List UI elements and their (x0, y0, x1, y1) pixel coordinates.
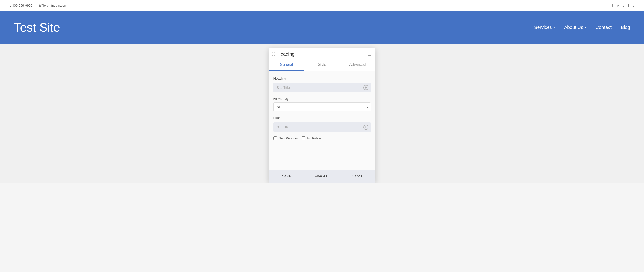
html-tag-select[interactable]: h1 h2 h3 h4 h5 h6 div span p (274, 102, 371, 111)
dialog-titlebar: Heading (269, 48, 376, 59)
nav-label-services: Services (534, 25, 552, 30)
link-options-row: New Window No Follow (274, 136, 371, 140)
nav-label-contact: Contact (596, 25, 612, 30)
tab-general[interactable]: General (269, 59, 304, 71)
html-tag-select-wrapper: h1 h2 h3 h4 h5 h6 div span p ▾ (274, 102, 371, 111)
no-follow-label: No Follow (307, 136, 322, 140)
nav-item-about[interactable]: About Us ▾ (564, 25, 586, 30)
contact-info: 1-800-999-9999 — hi@loremipsum.com (9, 4, 67, 7)
save-as-button[interactable]: Save As... (304, 170, 340, 183)
dialog-title: Heading (277, 51, 368, 57)
heading-dialog: Heading General Style Advanced (269, 48, 376, 183)
site-logo: Test Site (14, 20, 60, 34)
heading-field-group: Heading Site Title + (274, 76, 371, 92)
link-placeholder: Site URL (277, 125, 290, 129)
nav-label-about: About Us (564, 25, 583, 30)
cancel-button[interactable]: Cancel (340, 170, 376, 183)
minimize-button[interactable] (368, 52, 372, 56)
html-tag-label: HTML Tag (274, 97, 371, 101)
dialog-footer: Save Save As... Cancel (269, 170, 376, 183)
link-plus-button[interactable]: + (364, 125, 368, 130)
no-follow-checkbox-item[interactable]: No Follow (302, 136, 322, 140)
no-follow-checkbox[interactable] (302, 136, 306, 140)
main-content: Heading General Style Advanced (0, 43, 644, 183)
heading-placeholder: Site Title (277, 85, 290, 89)
modal-overlay: Heading General Style Advanced (0, 43, 644, 183)
dialog-body: Heading Site Title + HTML Tag h1 h2 (269, 71, 376, 170)
site-header: Test Site Services ▾ About Us ▾ Contact … (0, 11, 644, 43)
new-window-checkbox[interactable] (274, 136, 277, 140)
chevron-down-icon: ▾ (553, 25, 555, 29)
nav-item-contact[interactable]: Contact (596, 25, 612, 30)
site-nav: Services ▾ About Us ▾ Contact Blog (534, 25, 630, 30)
nav-item-blog[interactable]: Blog (621, 25, 630, 30)
facebook-icon[interactable]: f (607, 3, 608, 8)
heading-input[interactable]: Site Title (274, 83, 371, 92)
link-field-label: Link (274, 116, 371, 120)
link-input[interactable]: Site URL (274, 122, 371, 132)
linkedin-icon[interactable]: l (628, 3, 629, 8)
top-bar: 1-800-999-9999 — hi@loremipsum.com f t p… (0, 0, 644, 11)
heading-input-wrapper: Site Title + (274, 83, 371, 92)
heading-plus-button[interactable]: + (364, 85, 368, 90)
social-icons: f t p y l g (607, 3, 635, 8)
new-window-checkbox-item[interactable]: New Window (274, 136, 298, 140)
google-plus-icon[interactable]: g (633, 3, 635, 8)
chevron-down-icon: ▾ (585, 25, 586, 29)
html-tag-group: HTML Tag h1 h2 h3 h4 h5 h6 div span p (274, 97, 371, 111)
twitter-icon[interactable]: t (612, 3, 613, 8)
yelp-icon[interactable]: y (623, 3, 624, 8)
heading-field-label: Heading (274, 76, 371, 80)
tab-style[interactable]: Style (304, 59, 340, 71)
link-input-wrapper: Site URL + (274, 122, 371, 132)
dialog-tabs: General Style Advanced (269, 59, 376, 71)
pinterest-icon[interactable]: p (617, 3, 619, 8)
nav-label-blog: Blog (621, 25, 630, 30)
tab-advanced[interactable]: Advanced (340, 59, 375, 71)
link-field-group: Link Site URL + New Window (274, 116, 371, 140)
new-window-label: New Window (279, 136, 298, 140)
save-button[interactable]: Save (269, 170, 304, 183)
drag-handle[interactable] (272, 52, 274, 56)
nav-item-services[interactable]: Services ▾ (534, 25, 555, 30)
